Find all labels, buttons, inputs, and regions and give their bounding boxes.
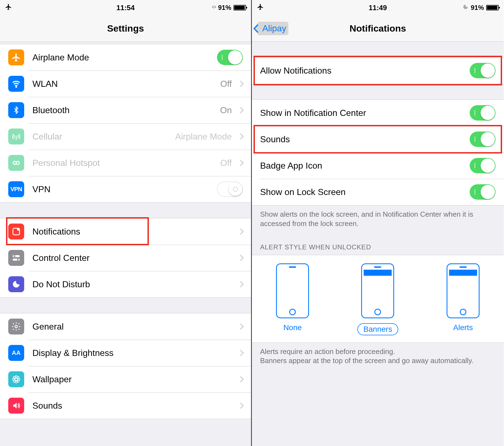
svg-point-5 (17, 228, 20, 231)
notifications-screen: 11:49 91% Alipay Notifications Allow Not… (252, 0, 504, 446)
svg-point-11 (15, 378, 18, 381)
row-label: Sounds (32, 401, 235, 411)
row-hotspot[interactable]: Personal Hotspot Off (0, 150, 251, 176)
cellular-icon (8, 129, 24, 144)
chevron-right-icon (238, 350, 244, 356)
style-label: None (283, 323, 302, 332)
wallpaper-icon (8, 371, 24, 387)
bluetooth-status-icon: ⌔ (212, 4, 216, 12)
sounds-toggle[interactable] (470, 132, 495, 147)
nav-title: Notifications (252, 23, 504, 34)
style-mock-none (276, 263, 309, 318)
settings-group-connectivity: Airplane Mode WLAN Off Bluetooth On Cell… (0, 44, 251, 203)
row-label: Cellular (32, 132, 175, 142)
wifi-icon (8, 76, 24, 92)
svg-point-12 (15, 376, 17, 378)
row-sounds[interactable]: Sounds (0, 392, 251, 419)
footer-lockscreen: Show alerts on the lock screen, and in N… (252, 205, 504, 233)
chevron-right-icon (238, 228, 244, 235)
chevron-right-icon (238, 81, 244, 87)
row-general[interactable]: General (0, 313, 251, 340)
settings-group-notifications: Notifications Control Center Do Not Dist… (0, 218, 251, 298)
chevron-right-icon (238, 403, 244, 409)
row-label: Display & Brightness (32, 348, 235, 358)
row-detail: Off (220, 158, 232, 168)
svg-point-9 (17, 259, 19, 261)
style-banners[interactable]: Banners (357, 263, 398, 335)
style-label: Banners (357, 323, 398, 335)
row-label: WLAN (32, 79, 220, 89)
chevron-right-icon (238, 133, 244, 140)
style-none[interactable]: None (276, 263, 309, 335)
svg-point-10 (15, 325, 18, 328)
status-bar: 11:54 ⌔ 91% (0, 0, 251, 15)
alert-styles: None Banners Alerts (252, 255, 504, 343)
row-sounds[interactable]: Sounds (252, 126, 504, 152)
row-vpn[interactable]: VPN VPN (0, 176, 251, 202)
row-label: Bluetooth (32, 105, 220, 115)
row-airplane-mode[interactable]: Airplane Mode (0, 44, 251, 71)
row-detail: Airplane Mode (175, 132, 232, 142)
style-label: Alerts (453, 323, 473, 332)
row-label: Wallpaper (32, 374, 235, 384)
chevron-right-icon (238, 281, 244, 288)
nic-toggle[interactable] (470, 105, 495, 121)
battery-icon (486, 5, 499, 10)
row-bluetooth[interactable]: Bluetooth On (0, 97, 251, 123)
settings-screen: 11:54 ⌔ 91% Settings Airplane Mode WLAN … (0, 0, 252, 446)
back-button[interactable]: Alipay (255, 23, 286, 34)
row-wlan[interactable]: WLAN Off (0, 71, 251, 97)
svg-rect-8 (13, 259, 20, 261)
row-label: Personal Hotspot (32, 158, 220, 168)
svg-point-18 (13, 380, 15, 382)
row-notifications[interactable]: Notifications (0, 218, 251, 245)
display-icon: AA (8, 345, 24, 361)
allow-toggle[interactable] (470, 63, 495, 78)
svg-rect-6 (13, 255, 20, 257)
row-label: Badge App Icon (260, 161, 470, 171)
sounds-icon (8, 398, 24, 414)
row-display[interactable]: AA Display & Brightness (0, 340, 251, 366)
airplane-status-icon (257, 3, 264, 12)
svg-point-19 (17, 380, 19, 382)
row-badge[interactable]: Badge App Icon (252, 152, 504, 179)
airplane-status-icon (5, 3, 12, 12)
row-label: Control Center (32, 253, 235, 263)
general-icon (8, 319, 24, 335)
chevron-right-icon (238, 160, 244, 166)
vpn-toggle[interactable] (217, 182, 243, 197)
options-group: Show in Notification Center Sounds Badge… (252, 99, 504, 205)
battery-icon (233, 5, 246, 10)
battery-pct: 91% (218, 4, 231, 12)
row-label: Do Not Disturb (32, 279, 235, 289)
svg-point-3 (16, 161, 19, 164)
status-bar: 11:49 91% (252, 0, 504, 15)
notifications-icon (8, 224, 24, 239)
nav-title: Settings (0, 23, 251, 34)
row-do-not-disturb[interactable]: Do Not Disturb (0, 271, 251, 297)
footer-alerts: Alerts require an action before proceedi… (252, 343, 504, 370)
row-control-center[interactable]: Control Center (0, 245, 251, 271)
row-wallpaper[interactable]: Wallpaper (0, 366, 251, 392)
allow-group: Allow Notifications (252, 57, 504, 84)
row-label: VPN (32, 184, 217, 194)
status-time: 11:54 (85, 4, 166, 12)
airplane-toggle[interactable] (217, 50, 243, 65)
lock-toggle[interactable] (470, 184, 495, 200)
chevron-right-icon (238, 107, 244, 113)
row-lock[interactable]: Show on Lock Screen (252, 179, 504, 205)
vpn-icon: VPN (8, 181, 24, 197)
svg-point-14 (13, 378, 15, 380)
row-allow-notifications[interactable]: Allow Notifications (252, 57, 504, 84)
style-alerts[interactable]: Alerts (447, 263, 480, 335)
row-label: Airplane Mode (32, 52, 217, 63)
svg-point-16 (13, 376, 15, 378)
row-label: Notifications (32, 227, 235, 237)
svg-point-15 (18, 378, 20, 380)
badge-toggle[interactable] (470, 158, 495, 173)
svg-point-13 (15, 381, 17, 383)
control-center-icon (8, 250, 24, 266)
row-cellular[interactable]: Cellular Airplane Mode (0, 123, 251, 150)
row-label: Show in Notification Center (260, 108, 470, 118)
row-show-nic[interactable]: Show in Notification Center (252, 100, 504, 126)
